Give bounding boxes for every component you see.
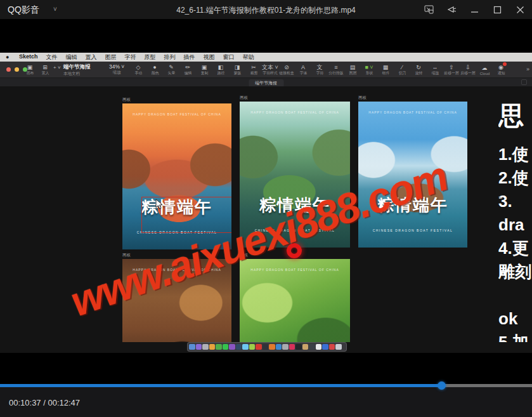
tool-字符: 文字符 <box>311 62 328 78</box>
artboard-label: 画板 <box>358 95 367 101</box>
tool-旋转: ↻旋转 <box>410 62 427 78</box>
dock-icon-2 <box>202 344 209 350</box>
note-line: 4.更 <box>498 237 532 260</box>
apple-logo-icon: ● <box>6 55 11 60</box>
artboard-poster-1: HAPPY DRAGON BOAT FESTIVAL OF CHINA粽情端午C… <box>122 103 231 249</box>
tool-icon: ⇧ <box>449 64 454 70</box>
tool-蒙版: ◨蒙版 <box>229 62 245 78</box>
dock-icon-15 <box>289 344 295 350</box>
tool-icon: ◇ <box>136 64 141 70</box>
artboard-poster-5: HAPPY DRAGON BOAT FESTIVAL OF CHINA <box>240 259 350 342</box>
menu-item-1: 文件 <box>46 53 58 62</box>
dock-icon-16 <box>295 344 302 350</box>
tool-路径: ◧路径 <box>212 62 229 78</box>
tool-icon: ↻ <box>416 64 421 70</box>
mini-player-icon[interactable] <box>424 4 434 15</box>
tool-icon: ⇩ <box>465 64 470 70</box>
tool-复制: ▣复制 <box>196 62 212 78</box>
qq-player-window: QQ影音 ˅ 42_6-11.端午节海报制作教程01-龙舟的制作思路.mp4 <box>0 0 532 417</box>
tool-icon: 文 <box>317 64 323 70</box>
artboard-poster-3: HAPPY DRAGON BOAT FESTIVAL OF CHINA粽情端午C… <box>358 102 467 248</box>
minimize-icon[interactable] <box>469 4 480 15</box>
dock-icon-13 <box>276 344 282 350</box>
titlebar: QQ影音 ˅ 42_6-11.端午节海报制作教程01-龙舟的制作思路.mp4 <box>0 0 532 19</box>
tool-通知: ◉通知 <box>493 62 509 78</box>
document-subtitle: 本地文档 <box>63 71 109 77</box>
tool-icon: 文本 ˅ <box>262 64 278 70</box>
dock-icon-22 <box>335 344 342 350</box>
note-line: 1.使 <box>498 143 532 166</box>
menu-item-11: 帮助 <box>243 53 254 62</box>
tool-icon: ◧ <box>218 64 224 70</box>
lesson-notes: 思 1.使2.使3.dra4.更雕刻ok5.加 <box>498 102 532 342</box>
tool-图层: ▤图层 <box>344 62 361 78</box>
note-line: 5.加 <box>498 331 532 342</box>
tool-icon: ◨ <box>235 64 240 70</box>
tool-icon: ▦ <box>383 64 389 70</box>
tool-icon: ✂ <box>251 64 256 70</box>
dock-icon-3 <box>209 344 216 350</box>
tool-裁剪: ✂裁剪 <box>245 62 262 78</box>
menu-item-0: Sketch <box>19 53 38 62</box>
pin-on-top-icon[interactable] <box>446 4 457 15</box>
maximize-icon[interactable] <box>492 4 503 15</box>
dock-icon-7 <box>236 344 242 350</box>
seek-bar-fill <box>0 384 441 387</box>
tool-icon: ● <box>153 64 156 70</box>
dock-icon-18 <box>309 344 315 350</box>
tool-icon: ▣ <box>202 64 207 70</box>
video-surface[interactable]: ● Sketch文件编辑置入图层字符原型排列插件视图窗口帮助 ▣ 画布 ⊞ 置入… <box>0 19 532 385</box>
dock-icon-21 <box>329 344 335 350</box>
dock-icon-19 <box>316 344 322 350</box>
tool-icon: ≡ <box>334 64 337 70</box>
mouse-cursor-icon <box>155 199 163 213</box>
artboard-label: 画板 <box>122 253 131 258</box>
note-line: dra <box>498 213 532 237</box>
tool-icon: ☁ <box>482 65 488 71</box>
dock-icon-14 <box>282 344 289 350</box>
dock-icon-6 <box>229 344 235 350</box>
document-title-block: 端午节海报 本地文档 <box>63 63 109 77</box>
menu-item-5: 字符 <box>125 53 136 62</box>
menu-item-2: 编辑 <box>66 53 77 62</box>
notes-heading: 思 <box>498 102 532 129</box>
player-controls: 00:10:37 / 00:12:47 <box>0 387 532 417</box>
dock-icon-10 <box>256 344 262 350</box>
menu-item-9: 视图 <box>204 53 215 62</box>
tool-字符样式: 文本 ˅字符样式 <box>262 62 278 78</box>
note-line: 雕刻 <box>498 260 532 284</box>
tool-链接检查: ⊘链接检查 <box>278 62 295 78</box>
panel-collapse-arrow-icon: < <box>498 193 502 201</box>
tool-icon: ◉ <box>498 64 503 70</box>
tool-分行排版: ≡分行排版 <box>328 62 344 78</box>
dock-icon-11 <box>263 344 269 350</box>
seek-knob[interactable] <box>438 381 446 390</box>
poster-title: 粽情端午 <box>358 194 467 216</box>
dock-icon-8 <box>242 344 249 350</box>
artboard-poster-4: HAPPY DRAGON BOAT FESTIVAL OF CHINA <box>122 259 231 342</box>
notification-badge <box>503 62 507 66</box>
artboard-poster-2: HAPPY DRAGON BOAT FESTIVAL OF CHINA粽情端午C… <box>240 102 350 248</box>
canvas-tool: ▣ 画布 <box>22 62 38 78</box>
note-line: 2.使 <box>498 166 532 190</box>
artboard-label: 画板 <box>122 97 131 103</box>
add-page-button <box>521 79 527 85</box>
tool-Cloud: ☁Cloud <box>476 62 493 78</box>
note-line: ok <box>498 307 532 331</box>
tool-字体: A字体 <box>295 62 311 78</box>
menu-item-6: 原型 <box>145 53 156 62</box>
tool-icon: ⊘ <box>284 64 289 70</box>
tool-矢量: ✎矢量 <box>163 62 179 78</box>
menu-item-8: 插件 <box>184 53 195 62</box>
minimize-traffic-icon <box>15 67 19 72</box>
tool-icon: A <box>301 64 305 70</box>
seek-bar[interactable] <box>0 384 532 387</box>
poster-subtitle: CHINESE DRAGON BOAT FESTIVAL <box>240 228 350 232</box>
tool-组件: ▦组件 <box>377 62 394 78</box>
tool-形状: ■ ˅形状 <box>361 62 377 78</box>
close-icon[interactable] <box>515 4 526 15</box>
zoom-value: 34% ˅ <box>109 63 124 70</box>
insert-tool-icon: ⊞ <box>42 64 48 70</box>
sketch-tabstrip: 端午节海报 <box>0 78 532 86</box>
insert-tool: ⊞ 置入 <box>37 62 53 78</box>
